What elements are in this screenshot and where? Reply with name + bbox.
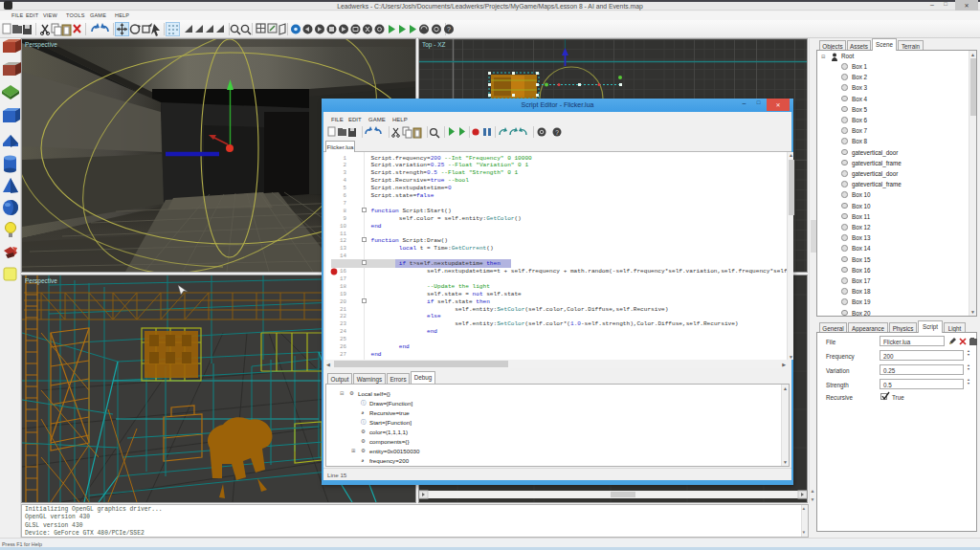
svg-text:?: ?	[447, 26, 451, 33]
